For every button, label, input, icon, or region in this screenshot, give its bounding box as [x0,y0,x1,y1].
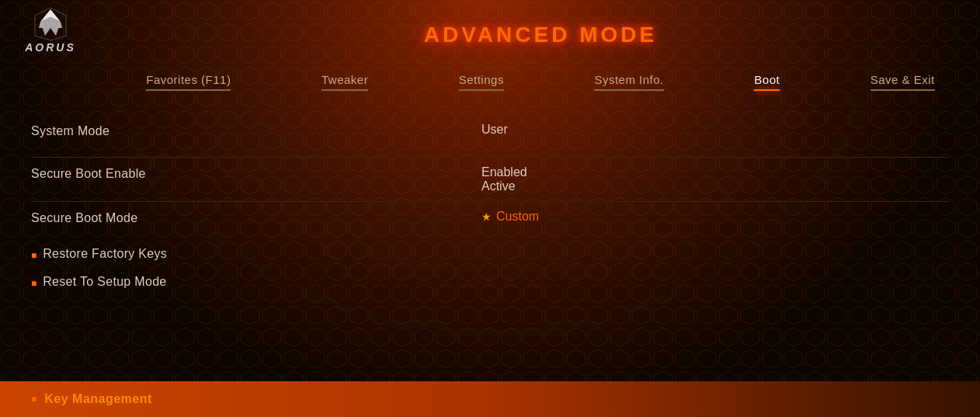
label-secure-boot-mode: Secure Boot Mode [31,211,137,225]
label-col-reset-to-setup-mode: ■ Reset To Setup Mode [31,273,481,289]
content-area: System Mode User Secure Boot Enable Enab… [0,101,980,417]
nav-underline-boot [754,89,780,91]
divider [31,157,949,158]
km-bullet-icon: ■ [31,394,36,405]
nav-items: Favorites (F11) Tweaker Settings System … [101,73,980,91]
label-secure-boot-enable: Secure Boot Enable [31,167,146,181]
bullet-icon-restore: ■ [31,250,36,261]
value-col-secure-boot-enable: Enabled Active [481,165,949,193]
nav-item-tweaker[interactable]: Tweaker [314,73,376,91]
label-col-system-mode: System Mode [31,123,481,138]
bullet-icon-reset: ■ [31,278,36,289]
page-title: ADVANCED MODE [424,23,657,47]
nav-item-favorites[interactable]: Favorites (F11) [138,73,238,91]
nav-item-boot[interactable]: Boot [746,73,787,91]
nav-item-settings[interactable]: Settings [451,73,512,91]
label-col-restore-factory-keys: ■ Restore Factory Keys [31,245,481,261]
label-restore-factory-keys: Restore Factory Keys [43,247,167,261]
nav-item-save-exit[interactable]: Save & Exit [863,73,943,91]
value-enabled: Enabled [481,165,949,179]
key-management-label: Key Management [44,392,152,406]
divider [31,201,949,202]
value-system-mode: User [481,123,949,137]
label-system-mode: System Mode [31,124,109,138]
key-management-row[interactable]: ■ Key Management [0,381,980,417]
table-row: Secure Boot Mode ★ Custom [31,203,949,242]
nav-underline-system-info [594,89,663,91]
wolf-icon [31,6,70,41]
settings-table: System Mode User Secure Boot Enable Enab… [31,116,949,298]
nav-underline-tweaker [321,89,368,91]
header: AORUS ADVANCED MODE [0,0,980,62]
title-area: ADVANCED MODE [101,15,980,47]
value-active: Active [481,179,949,193]
table-row[interactable]: ■ Restore Factory Keys [31,242,949,270]
nav-underline-favorites [146,89,231,91]
value-secure-boot-mode: Custom [496,210,539,224]
nav-item-system-info[interactable]: System Info. [586,73,671,91]
star-icon: ★ [481,210,492,223]
label-reset-to-setup-mode: Reset To Setup Mode [43,275,166,289]
nav-underline-save-exit [871,89,935,91]
navbar: Favorites (F11) Tweaker Settings System … [0,62,980,101]
logo-area: AORUS [0,6,101,57]
value-col-secure-boot-mode: ★ Custom [481,210,949,224]
label-col-secure-boot-enable: Secure Boot Enable [31,165,481,181]
table-row: System Mode User [31,116,949,155]
table-row[interactable]: ■ Reset To Setup Mode [31,270,949,298]
table-row: Secure Boot Enable Enabled Active [31,159,949,200]
aorus-logo: AORUS [8,6,93,57]
nav-underline-settings [459,89,504,91]
value-col-system-mode: User [481,123,949,137]
label-col-secure-boot-mode: Secure Boot Mode [31,210,481,225]
logo-text: AORUS [25,41,76,54]
